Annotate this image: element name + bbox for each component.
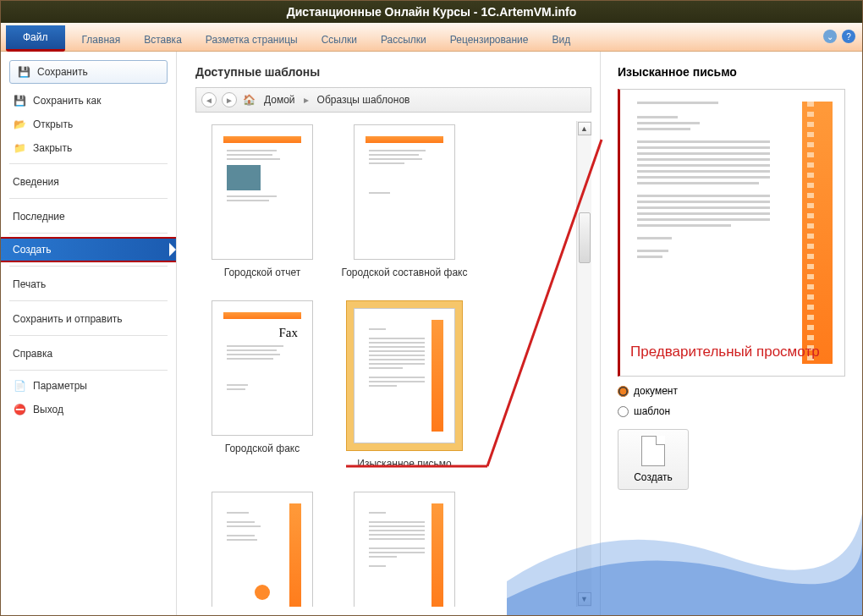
divider bbox=[9, 266, 168, 267]
orange-stripe-icon bbox=[802, 102, 833, 364]
templates-grid: Городской отчет bbox=[195, 121, 576, 607]
tab-view[interactable]: Вид bbox=[540, 29, 582, 51]
nav-print[interactable]: Печать bbox=[1, 270, 176, 297]
radio-template-label: шаблон bbox=[634, 405, 670, 417]
exit-icon: ⛔ bbox=[13, 403, 26, 416]
template-equity-letter[interactable]: Изысканное письмо bbox=[341, 300, 468, 470]
backstage-content: 💾 Сохранить 💾 Сохранить как 📂 Открыть 📁 … bbox=[1, 52, 862, 615]
divider bbox=[9, 198, 168, 199]
tab-review[interactable]: Рецензирование bbox=[438, 29, 541, 51]
divider bbox=[9, 370, 168, 371]
nav-forward-button[interactable]: ► bbox=[222, 92, 237, 107]
template-label: Городской отчет bbox=[224, 267, 300, 278]
breadcrumb-home[interactable]: Домой bbox=[261, 94, 299, 106]
nav-options[interactable]: 📄 Параметры bbox=[1, 374, 176, 398]
folder-icon: 📁 bbox=[13, 141, 26, 155]
preview-title: Изысканное письмо bbox=[618, 65, 845, 79]
create-button[interactable]: Создать bbox=[618, 429, 689, 490]
nav-create[interactable]: Создать bbox=[1, 237, 176, 262]
nav-close[interactable]: 📁 Закрыть bbox=[1, 136, 176, 160]
nav-info[interactable]: Сведения bbox=[1, 168, 176, 195]
preview-box: Предварительный просмотр bbox=[618, 89, 845, 377]
preview-document bbox=[637, 102, 833, 364]
radio-template-input[interactable] bbox=[618, 406, 629, 417]
folder-open-icon: 📂 bbox=[13, 118, 26, 131]
save-icon: 💾 bbox=[17, 65, 30, 79]
backstage-nav: 💾 Сохранить 💾 Сохранить как 📂 Открыть 📁 … bbox=[1, 52, 177, 615]
template-label: Городской составной факс bbox=[341, 267, 467, 278]
template-label: Изысканное письмо bbox=[357, 458, 451, 470]
scroll-thumb[interactable] bbox=[579, 212, 591, 263]
nav-create-label: Создать bbox=[13, 244, 52, 256]
radio-document[interactable]: документ bbox=[618, 385, 845, 397]
chevron-right-icon: ▸ bbox=[304, 94, 309, 106]
nav-recent[interactable]: Последние bbox=[1, 202, 176, 229]
template-city-report[interactable]: Городской отчет bbox=[199, 124, 326, 278]
template-city-merge-fax[interactable]: Городской составной факс bbox=[341, 124, 468, 278]
divider bbox=[9, 335, 168, 336]
nav-back-button[interactable]: ◄ bbox=[201, 92, 217, 107]
tab-insert[interactable]: Вставка bbox=[132, 29, 194, 51]
scrollbar: ▲ ▼ bbox=[576, 121, 591, 607]
template-equity-merge-letter[interactable]: Изысканное составное письмо bbox=[341, 492, 468, 607]
breadcrumb-bar: ◄ ► 🏠 Домой ▸ Образцы шаблонов bbox=[195, 87, 591, 113]
template-equity-resume[interactable]: Изысканное резюме bbox=[199, 492, 326, 607]
divider bbox=[9, 233, 168, 234]
nav-exit-label: Выход bbox=[33, 404, 63, 415]
nav-save-as[interactable]: 💾 Сохранить как bbox=[1, 89, 176, 113]
fax-word: Fax bbox=[227, 326, 298, 340]
save-as-icon: 💾 bbox=[13, 94, 26, 107]
preview-annotation: Предварительный просмотр bbox=[630, 344, 820, 360]
nav-save-label: Сохранить bbox=[37, 66, 88, 78]
nav-save-send[interactable]: Сохранить и отправить bbox=[1, 305, 176, 332]
scroll-down-button[interactable]: ▼ bbox=[578, 592, 591, 606]
radio-document-input[interactable] bbox=[618, 386, 629, 397]
create-button-label: Создать bbox=[634, 471, 673, 483]
titlebar: Дистанционные Онлайн Курсы - 1C.ArtemVM.… bbox=[1, 1, 862, 23]
home-icon[interactable]: 🏠 bbox=[242, 93, 256, 107]
radio-document-label: документ bbox=[634, 385, 678, 397]
tab-references[interactable]: Ссылки bbox=[310, 29, 369, 51]
app-window: Дистанционные Онлайн Курсы - 1C.ArtemVM.… bbox=[0, 0, 863, 616]
nav-help[interactable]: Справка bbox=[1, 339, 176, 366]
help-button[interactable]: ? bbox=[842, 30, 855, 43]
scroll-track[interactable] bbox=[578, 136, 591, 591]
templates-heading: Доступные шаблоны bbox=[195, 65, 591, 79]
template-city-fax[interactable]: Fax Городской факс bbox=[199, 300, 326, 470]
nav-open[interactable]: 📂 Открыть bbox=[1, 113, 176, 136]
nav-save-as-label: Сохранить как bbox=[33, 95, 101, 107]
ribbon-tabs: Файл Главная Вставка Разметка страницы С… bbox=[1, 23, 862, 52]
nav-open-label: Открыть bbox=[33, 118, 73, 130]
document-icon bbox=[641, 436, 665, 466]
tab-mailings[interactable]: Рассылки bbox=[369, 29, 438, 51]
minimize-ribbon-button[interactable]: ⌄ bbox=[823, 30, 837, 43]
breadcrumb-samples[interactable]: Образцы шаблонов bbox=[314, 94, 414, 106]
tab-page-layout[interactable]: Разметка страницы bbox=[194, 29, 310, 51]
nav-exit[interactable]: ⛔ Выход bbox=[1, 398, 176, 421]
window-title: Дистанционные Онлайн Курсы - 1C.ArtemVM.… bbox=[287, 5, 576, 19]
tab-file[interactable]: Файл bbox=[6, 25, 65, 52]
tab-home[interactable]: Главная bbox=[70, 29, 133, 51]
options-icon: 📄 bbox=[13, 379, 26, 393]
templates-panel: Доступные шаблоны ◄ ► 🏠 Домой ▸ Образцы … bbox=[177, 52, 600, 615]
scroll-up-button[interactable]: ▲ bbox=[578, 122, 591, 135]
divider bbox=[9, 300, 168, 301]
nav-options-label: Параметры bbox=[33, 380, 87, 392]
nav-close-label: Закрыть bbox=[33, 142, 72, 154]
nav-save[interactable]: 💾 Сохранить bbox=[9, 60, 168, 84]
preview-panel: Изысканное письмо bbox=[600, 52, 862, 615]
template-label: Городской факс bbox=[225, 443, 300, 454]
radio-template[interactable]: шаблон bbox=[618, 405, 845, 417]
divider bbox=[9, 163, 168, 164]
